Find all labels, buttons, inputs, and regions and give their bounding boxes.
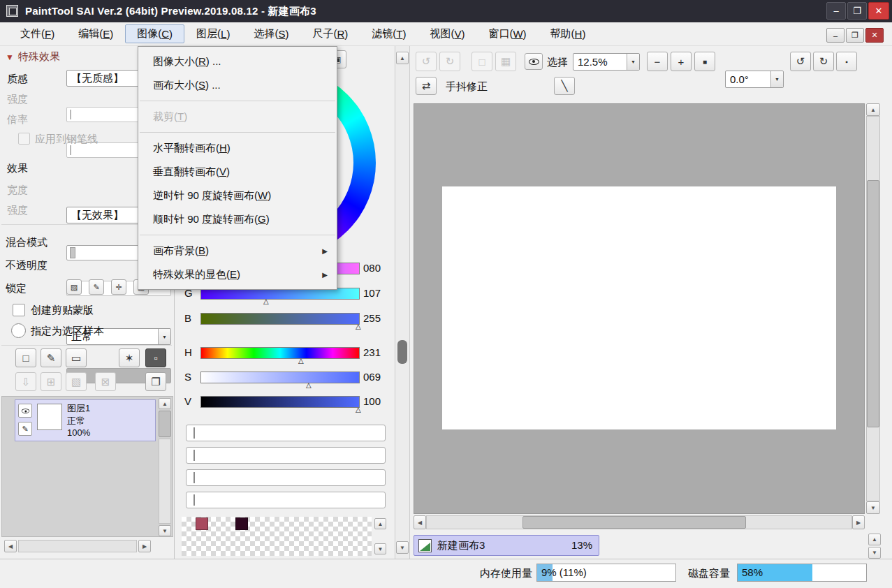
close-button[interactable]: ✕ bbox=[868, 2, 889, 20]
menubar-item-8[interactable]: 视图(V) bbox=[418, 24, 476, 43]
layer-row[interactable]: ✎图层1正常100% bbox=[15, 399, 156, 441]
mdi-restore-button[interactable]: ❐ bbox=[846, 28, 864, 43]
canvas-document[interactable] bbox=[442, 186, 836, 429]
lock-opacity-button[interactable]: ▨ bbox=[66, 279, 82, 295]
collapse-triangle-icon[interactable]: ▼ bbox=[6, 52, 14, 62]
swatch[interactable] bbox=[235, 517, 248, 530]
undo-button[interactable]: ↺ bbox=[416, 52, 437, 71]
layer-scrollbar-track[interactable] bbox=[159, 439, 171, 524]
width-slider-thumb[interactable] bbox=[70, 247, 75, 258]
redo-button[interactable]: ↻ bbox=[439, 52, 460, 71]
magic-wand-button[interactable]: ✶ bbox=[119, 348, 140, 367]
tabbar-scroll-down-button[interactable]: ▼ bbox=[868, 547, 881, 559]
special-effect-button[interactable]: ▫ bbox=[145, 348, 166, 367]
extra-slider-3[interactable] bbox=[186, 469, 386, 486]
swatch[interactable] bbox=[196, 517, 208, 530]
new-layer-button[interactable]: □ bbox=[15, 348, 36, 367]
extra-slider-1[interactable] bbox=[186, 425, 386, 441]
color-slider-marker-icon[interactable]: △ bbox=[298, 357, 304, 365]
layer-scrollbar-thumb[interactable] bbox=[159, 411, 171, 437]
lock-draw-button[interactable]: ✎ bbox=[89, 279, 104, 295]
image-menu-item-9[interactable]: 顺时针 90 度旋转画布(G) bbox=[138, 207, 337, 231]
clip-mask-checkbox[interactable] bbox=[13, 304, 25, 316]
menubar-item-7[interactable]: 滤镜(T) bbox=[360, 24, 418, 43]
selection-sample-radio[interactable] bbox=[11, 323, 26, 338]
divider-scroll-up-button[interactable]: ▲ bbox=[396, 52, 409, 64]
canvas-hscroll-right-button[interactable]: ▶ bbox=[852, 515, 865, 529]
new-folder-button[interactable]: ▭ bbox=[66, 348, 87, 367]
angle-combo[interactable]: 0.0° ▼ bbox=[725, 71, 784, 88]
swatch-scroll-down-button[interactable]: ▼ bbox=[374, 543, 386, 554]
layer-visibility-button[interactable] bbox=[18, 404, 32, 418]
mdi-close-button[interactable]: ✕ bbox=[865, 28, 884, 43]
image-menu-item-8[interactable]: 逆时针 90 度旋转画布(W) bbox=[138, 184, 337, 207]
canvas-vscroll-down-button[interactable]: ▼ bbox=[866, 501, 880, 514]
delete-layer-button[interactable]: ⊠ bbox=[95, 372, 116, 391]
canvas-hscroll-left-button[interactable]: ◀ bbox=[414, 515, 426, 529]
layer-pen-button[interactable]: ✎ bbox=[18, 422, 32, 436]
merge-down-button[interactable]: ⊞ bbox=[41, 372, 61, 391]
swatch-grid[interactable] bbox=[182, 517, 372, 556]
zoom-combo-arrow-icon[interactable]: ▼ bbox=[627, 54, 639, 70]
extra-slider-2[interactable] bbox=[186, 447, 386, 464]
new-pen-layer-button[interactable]: ✎ bbox=[41, 348, 61, 367]
rotate-ccw-button[interactable]: ↺ bbox=[790, 52, 811, 71]
color-slider-marker-icon[interactable]: △ bbox=[356, 323, 361, 330]
selection-visibility-button[interactable] bbox=[525, 53, 543, 70]
layer-scroll-down-button[interactable]: ▼ bbox=[159, 525, 171, 536]
layer-scroll-up-button[interactable]: ▲ bbox=[159, 398, 171, 409]
color-slider-track[interactable] bbox=[200, 347, 360, 359]
divider-scroll-down-button[interactable]: ▼ bbox=[396, 541, 409, 554]
color-slider-marker-icon[interactable]: △ bbox=[306, 381, 312, 389]
color-slider-track[interactable] bbox=[200, 372, 360, 383]
clear-layer-button[interactable]: ▧ bbox=[66, 372, 87, 391]
color-slider-track[interactable] bbox=[200, 396, 360, 408]
minimize-button[interactable]: – bbox=[826, 2, 846, 20]
canvas-tab[interactable]: 新建画布3 13% bbox=[414, 535, 599, 556]
duplicate-layer-button[interactable]: ❐ bbox=[145, 372, 166, 391]
swatch-scroll-up-button[interactable]: ▲ bbox=[374, 518, 386, 529]
menubar-item-5[interactable]: 选择(S) bbox=[242, 24, 300, 43]
tabbar-scroll-up-button[interactable]: ▲ bbox=[868, 534, 881, 545]
menubar-item-2[interactable]: 编辑(E) bbox=[66, 24, 125, 43]
menubar-item-4[interactable]: 图层(L) bbox=[184, 24, 242, 43]
zoom-out-button[interactable]: − bbox=[647, 52, 668, 71]
color-slider-marker-icon[interactable]: △ bbox=[356, 406, 361, 413]
image-menu-item-11[interactable]: 画布背景(B)▶ bbox=[138, 239, 337, 263]
image-menu-item-12[interactable]: 特殊效果的显色(E)▶ bbox=[138, 263, 337, 286]
rotate-reset-button[interactable]: ▪ bbox=[836, 52, 857, 71]
layer-hscroll-right-button[interactable]: ▶ bbox=[138, 540, 151, 552]
layer-hscroll-left-button[interactable]: ◀ bbox=[4, 540, 17, 552]
image-menu-item-2[interactable]: 画布大小(S) ... bbox=[138, 73, 337, 97]
flip-view-button[interactable]: ⇄ bbox=[416, 77, 437, 95]
zoom-reset-button[interactable]: ■ bbox=[694, 52, 715, 71]
image-menu-item-6[interactable]: 水平翻转画布(H) bbox=[138, 136, 337, 160]
menubar-item-1[interactable]: 文件(F) bbox=[8, 24, 66, 43]
selection-extra-button-1[interactable]: □ bbox=[471, 52, 492, 71]
blend-mode-combo-arrow-icon[interactable]: ▼ bbox=[158, 329, 170, 344]
color-slider-marker-icon[interactable]: △ bbox=[263, 297, 269, 305]
mdi-minimize-button[interactable]: – bbox=[826, 28, 845, 43]
zoom-combo[interactable]: 12.5% ▼ bbox=[573, 53, 640, 71]
canvas-hscroll-thumb[interactable] bbox=[522, 516, 746, 529]
image-menu-item-7[interactable]: 垂直翻转画布(V) bbox=[138, 160, 337, 184]
color-slider-track[interactable] bbox=[200, 313, 360, 325]
canvas-vscroll-up-button[interactable]: ▲ bbox=[866, 103, 880, 116]
image-menu-item-1[interactable]: 图像大小(R) ... bbox=[138, 50, 337, 73]
angle-combo-arrow-icon[interactable]: ▼ bbox=[770, 71, 783, 87]
lock-move-button[interactable]: ✛ bbox=[111, 279, 126, 295]
selection-extra-button-2[interactable]: ▦ bbox=[495, 52, 516, 71]
layer-hscroll-track[interactable] bbox=[18, 540, 137, 552]
apply-pen-checkbox[interactable] bbox=[18, 133, 30, 145]
rotate-cw-button[interactable]: ↻ bbox=[813, 52, 834, 71]
canvas-viewport[interactable] bbox=[414, 103, 865, 514]
zoom-in-button[interactable]: + bbox=[671, 52, 692, 71]
menubar-item-10[interactable]: 帮助(H) bbox=[539, 24, 598, 43]
maximize-button[interactable]: ❐ bbox=[847, 2, 867, 20]
menubar-item-6[interactable]: 尺子(R) bbox=[300, 24, 360, 43]
extra-slider-4[interactable] bbox=[186, 492, 386, 508]
transfer-down-button[interactable]: ⇩ bbox=[15, 372, 36, 391]
menubar-item-3[interactable]: 图像(C) bbox=[125, 24, 184, 43]
menubar-item-9[interactable]: 窗口(W) bbox=[476, 24, 538, 43]
divider-thumb[interactable] bbox=[397, 340, 407, 364]
